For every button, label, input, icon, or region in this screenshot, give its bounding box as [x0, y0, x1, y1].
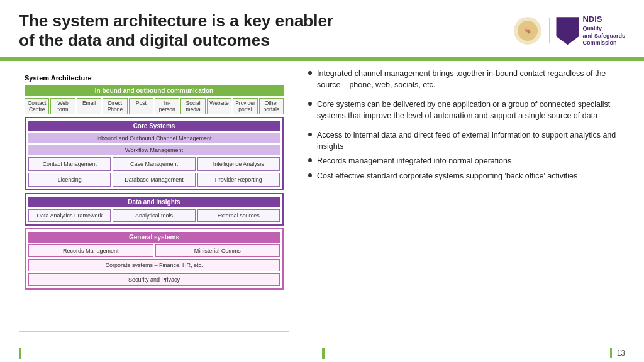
title-line1: The system architecture is a key enabler — [19, 11, 333, 30]
general-row-2: Corporate systems – Finance, HR, etc. — [28, 259, 280, 272]
coat-of-arms-icon: 🦘 — [513, 16, 543, 46]
ndis-logo: NDIS Quality and Safeguards Commission — [556, 14, 625, 47]
bullet-item-2: Core systems can be delivered by one app… — [308, 99, 625, 121]
bullet-group-1: Integrated channel management brings tog… — [308, 69, 625, 90]
comm-website: Website — [207, 98, 231, 114]
main-content: System Architecture In bound and outboun… — [0, 61, 644, 338]
bullet-item-4: Records management integrated into norma… — [308, 156, 625, 167]
data-insights-header: Data and Insights — [28, 197, 280, 207]
bullet-dot-1 — [308, 71, 312, 75]
inbound-header: In bound and outbound communication — [25, 85, 284, 96]
general-security-privacy: Security and Privacy — [28, 273, 280, 286]
green-divider-bar — [0, 57, 644, 61]
page-number: 13 — [617, 349, 625, 358]
bullet-text-2: Core systems can be delivered by one app… — [317, 99, 625, 121]
footer-page-bar-icon — [610, 348, 612, 358]
comm-post: Post — [129, 98, 153, 114]
bullet-text-1: Integrated channel management brings tog… — [317, 69, 625, 90]
bullet-item-3: Access to internal data and direct feed … — [308, 130, 625, 152]
general-systems-header: General systems — [28, 232, 280, 243]
bullet-item-1: Integrated channel management brings tog… — [308, 69, 625, 90]
comm-direct-phone: DirectPhone — [103, 98, 127, 114]
data-insights-section: Data and Insights Data Analytics Framewo… — [25, 193, 284, 226]
bullet-group-2: Core systems can be delivered by one app… — [308, 99, 625, 121]
channel-management-row: Inbound and Outbound Channel Management — [28, 133, 280, 143]
workflow-management-row: Workflow Management — [28, 145, 280, 155]
core-systems-section: Core Systems Inbound and Outbound Channe… — [25, 117, 284, 190]
bullet-text-3: Access to internal data and direct feed … — [317, 130, 625, 152]
comm-contact-centre: ContactCentre — [25, 98, 49, 114]
comm-web-form: Webform — [50, 98, 75, 114]
footer: 13 — [0, 344, 644, 362]
bullet-dot-5 — [308, 173, 312, 177]
ndis-shield-icon — [556, 17, 579, 45]
header: The system architecture is a key enabler… — [0, 0, 644, 57]
bullet-text-4: Records management integrated into norma… — [317, 156, 511, 167]
core-grid: Contact Management Case Management Intel… — [28, 157, 280, 187]
general-ministerial-comms: Ministerial Comms — [155, 244, 280, 257]
architecture-diagram: System Architecture In bound and outboun… — [19, 69, 289, 332]
bullet-dot-2 — [308, 102, 312, 106]
core-systems-header: Core Systems — [28, 121, 280, 131]
footer-center-bar — [322, 348, 325, 359]
logo-area: 🦘 NDIS Quality and Safeguards Commission — [513, 14, 625, 47]
core-provider-reporting: Provider Reporting — [197, 173, 280, 187]
ndis-text: NDIS Quality and Safeguards Commission — [582, 14, 625, 47]
footer-left-bar — [19, 348, 21, 359]
bullet-text-5: Cost effective standard corporate system… — [317, 171, 577, 182]
data-external-sources: External sources — [197, 209, 280, 222]
bullet-dot-3 — [308, 133, 312, 136]
data-analytical-tools: Analytical tools — [113, 209, 195, 222]
data-analytics-framework: Data Analytics Framework — [28, 209, 111, 222]
bullet-content: Integrated channel management brings tog… — [302, 69, 625, 332]
page-title: The system architecture is a key enabler… — [19, 11, 333, 50]
core-licensing: Licensing — [28, 173, 111, 187]
diagram-title: System Architecture — [25, 74, 284, 82]
general-systems-section: General systems Records Management Minis… — [25, 228, 284, 290]
core-case-management: Case Management — [113, 157, 195, 171]
comm-email: Email — [77, 98, 101, 114]
core-database-management: Database Management — [113, 173, 195, 187]
core-intelligence-analysis: Intelligence Analysis — [197, 157, 280, 171]
logo-divider — [549, 18, 550, 43]
svg-text:🦘: 🦘 — [524, 27, 532, 35]
title-line2: of the data and digital outcomes — [19, 31, 270, 50]
bullet-item-5: Cost effective standard corporate system… — [308, 171, 625, 182]
comm-social-media: Socialmedia — [180, 98, 205, 114]
comm-in-person: In-person — [155, 98, 179, 114]
bullet-dot-4 — [308, 158, 312, 162]
footer-page-number-area: 13 — [610, 348, 625, 358]
general-records-management: Records Management — [28, 244, 153, 257]
core-contact-management: Contact Management — [28, 157, 111, 171]
comm-provider-portal: Providerportal — [233, 98, 257, 114]
general-row-1: Records Management Ministerial Comms — [28, 244, 280, 257]
comm-items-row: ContactCentre Webform Email DirectPhone … — [25, 98, 284, 114]
general-corporate-systems: Corporate systems – Finance, HR, etc. — [28, 259, 280, 272]
bullet-group-3: Access to internal data and direct feed … — [308, 130, 625, 182]
comm-other-portals: Otherportals — [259, 98, 284, 114]
general-row-3: Security and Privacy — [28, 273, 280, 286]
data-grid: Data Analytics Framework Analytical tool… — [28, 209, 280, 222]
